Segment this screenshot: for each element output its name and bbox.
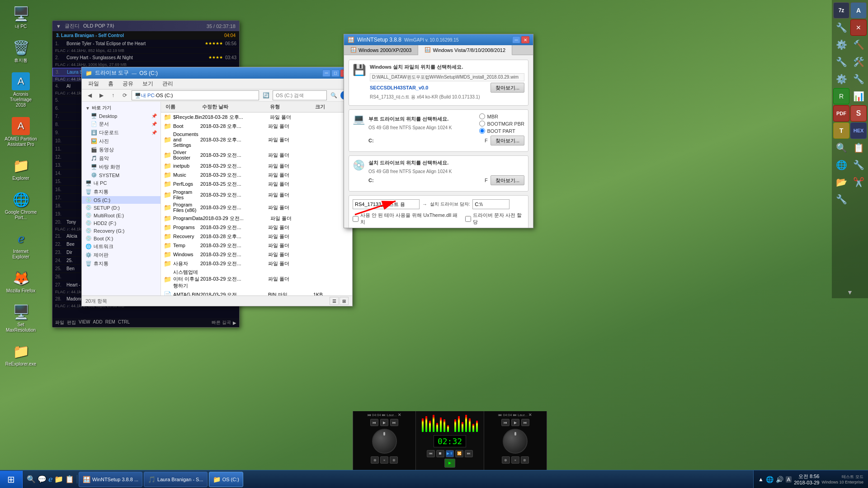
- file-item[interactable]: 📁Boot 2018-03-28 오후... 파일 폴더: [161, 122, 352, 131]
- forward-button[interactable]: ▶: [96, 90, 106, 100]
- deck-right-btn2[interactable]: ×: [511, 456, 519, 464]
- taskbar-cortana-icon[interactable]: 💬: [38, 475, 47, 483]
- tray-clock[interactable]: 오전 8:56 2018-03-29: [794, 473, 819, 485]
- right-icon-tools7[interactable]: 🔧: [850, 71, 867, 87]
- sidebar-item-wallpaper[interactable]: 🖥️ 바탕 화면: [82, 163, 160, 171]
- back-button[interactable]: ◀: [85, 90, 94, 100]
- right-icon-S[interactable]: S: [850, 105, 867, 122]
- music-next-icon[interactable]: ▶: [233, 320, 236, 325]
- deck-right-btn1[interactable]: ⊕: [502, 456, 510, 464]
- music-menu-add[interactable]: ADD: [93, 319, 103, 326]
- col-name[interactable]: 이름: [164, 103, 200, 111]
- dj-play-button-large[interactable]: ▶: [444, 459, 455, 468]
- file-item[interactable]: 📁ProgramData 2018-03-29 오전... 파일 폴더: [161, 214, 352, 223]
- desktop-icon-setmax[interactable]: 🖥️ Set MaxResolution: [5, 303, 37, 333]
- menu-manage[interactable]: 관리: [158, 79, 178, 89]
- sidebar-item-downloads[interactable]: ⬇️ 다운로드 📌: [82, 128, 160, 137]
- sidebar-item-recycle2[interactable]: 🗑️ 휴지통: [82, 259, 160, 268]
- sidebar-item-recycle[interactable]: 🗑️ 휴지통: [82, 188, 160, 196]
- search-button[interactable]: 🔍: [329, 90, 339, 100]
- right-icon-a[interactable]: A: [850, 2, 867, 19]
- right-icon-tools2[interactable]: ⚙️: [833, 37, 849, 53]
- refresh-button[interactable]: ⟳: [120, 90, 130, 100]
- taskbar-ie-icon[interactable]: ℯ: [48, 475, 52, 483]
- taskbar-task3-icon[interactable]: 📋: [65, 475, 74, 483]
- deck-right-next[interactable]: ⏭: [521, 419, 529, 426]
- music-menu-file[interactable]: 파일: [55, 319, 64, 326]
- deck-left-btn2[interactable]: ×: [380, 456, 388, 464]
- pbr-radio[interactable]: BOOTMGR PBR: [479, 121, 524, 127]
- sidebar-item-videos[interactable]: 🎬 동영상: [82, 145, 160, 154]
- sidebar-item-hdd2-f[interactable]: 💿 HDD2 (F:): [82, 219, 160, 227]
- sidebar-item-system[interactable]: ⚙️ SYSTEM: [82, 171, 160, 179]
- right-icon-tools9[interactable]: 🔍: [833, 140, 849, 156]
- right-panel-scroll-down[interactable]: ▼: [834, 289, 866, 296]
- maximize-button[interactable]: □: [331, 70, 340, 77]
- right-icon-tools11[interactable]: 🌐: [833, 157, 849, 173]
- right-icon-7z[interactable]: 7z: [833, 2, 849, 19]
- scroll-down-icon[interactable]: ▼: [834, 289, 866, 296]
- winnt-close-button[interactable]: ✕: [521, 36, 529, 43]
- dj-knob-left[interactable]: [372, 429, 397, 454]
- deck-close-icon[interactable]: ✕: [398, 413, 401, 417]
- deck-left-btn1[interactable]: ⊕: [371, 456, 379, 464]
- sidebar-item-network[interactable]: 🌐 네트워크: [82, 242, 160, 251]
- tiles-view-button[interactable]: ⊞: [340, 297, 349, 305]
- desktop-icon-mypc[interactable]: 🖥️ 내 PC: [5, 5, 37, 29]
- deck-left-play[interactable]: ▶: [380, 419, 388, 426]
- right-icon-pdf[interactable]: PDF: [833, 105, 849, 122]
- file-item-documents-and-settings[interactable]: 📁Documents and Settings 2018-03-28 오후...…: [161, 131, 352, 149]
- right-icon-tools10[interactable]: 📋: [850, 140, 867, 156]
- sidebar-item-boot-x[interactable]: 💿 Boot (X:): [82, 235, 160, 242]
- taskbar-item-winnt[interactable]: 🪟 WinNTSetup 3.8.8 ...: [79, 472, 142, 487]
- deck-right-btn3[interactable]: ⊗: [521, 456, 529, 464]
- tab-winvista[interactable]: 🪟 Windows Vista/7/8/10/2008/2012: [418, 45, 512, 55]
- right-icon-tools8[interactable]: 📊: [850, 88, 867, 104]
- dj-shuffle-button[interactable]: 🔀: [455, 450, 463, 457]
- deck-right-prev[interactable]: ⏮: [501, 419, 509, 426]
- file-item[interactable]: 📄AMTAG.BIN 2018-03-29 오전... BIN 파일 1KB: [161, 290, 352, 296]
- sidebar-item-photos[interactable]: 🖼️ 사진: [82, 137, 160, 145]
- file-item[interactable]: 📁Temp 2018-03-29 오전... 파일 폴더: [161, 241, 352, 250]
- file-item[interactable]: 📁PerfLogs 2018-03-25 오전... 파일 폴더: [161, 179, 352, 188]
- music-menu-view[interactable]: VIEW: [79, 319, 90, 326]
- tab-winxp[interactable]: 🪟 Windows 2000/XP/2003: [344, 45, 418, 55]
- taskbar-search-icon[interactable]: 🔍: [27, 475, 36, 483]
- file-item-recovery[interactable]: 📁Recovery 2018-03-28 오후... 파일 폴더: [161, 232, 352, 241]
- dj-knob-right[interactable]: [503, 429, 528, 454]
- address-refresh-button[interactable]: 🔄: [261, 90, 271, 100]
- file-item[interactable]: 📁Programs 2018-03-29 오전... 파일 폴더: [161, 223, 352, 232]
- sidebar-item-osc[interactable]: 💿 OS (C:): [82, 196, 160, 204]
- file-item[interactable]: 📁Program Files (x86) 2018-03-29 오전... 파일…: [161, 201, 352, 214]
- playlist-item[interactable]: 1. Bonnie Tyler - Total Eclipse of the H…: [52, 40, 239, 48]
- dj-prev-button[interactable]: ⏮: [427, 450, 435, 457]
- sidebar-item-setup-d[interactable]: 💿 SETUP (D:): [82, 204, 160, 211]
- search-input[interactable]: [273, 90, 327, 100]
- right-icon-tools3[interactable]: 🔨: [850, 37, 867, 53]
- col-date[interactable]: 수정한 날짜: [200, 103, 268, 111]
- right-icon-tools4[interactable]: 🔧: [833, 54, 849, 70]
- file-item[interactable]: 📁Windows 2018-03-29 오전... 파일 폴더: [161, 250, 352, 259]
- music-menu-ctrl[interactable]: CTRL: [118, 319, 130, 326]
- install-browse-button[interactable]: 찾아보기...: [491, 175, 524, 185]
- sidebar-item-multiboot-e[interactable]: 💿 MultiRoot (E:): [82, 211, 160, 219]
- music-menu-edit[interactable]: 편집: [67, 319, 76, 326]
- desktop-icon-recycle[interactable]: 🗑️ 휴지통: [5, 38, 37, 63]
- deck-right-play[interactable]: ▶: [511, 419, 519, 426]
- deck-left-prev[interactable]: ⏮: [370, 419, 378, 426]
- desktop-icon-ie[interactable]: ℯ Internet Explorer: [5, 230, 37, 260]
- deck-left-btn3[interactable]: ⊗: [390, 456, 398, 464]
- desktop-icon-acronis[interactable]: A Acronis TrueImage 2018: [5, 72, 37, 108]
- right-icon-tools5[interactable]: 🛠️: [850, 54, 867, 70]
- file-item[interactable]: 📁Driver Booster 2018-03-29 오전... 파일 폴더: [161, 149, 352, 161]
- desktop-icon-aomei[interactable]: A AOMEI Partition Assistant Pro: [5, 117, 37, 147]
- sidebar-item-mypc[interactable]: 🖥️ 내 PC: [82, 179, 160, 188]
- up-button[interactable]: ↑: [108, 90, 118, 100]
- desktop-icon-chrome[interactable]: 🌐 Google Chrome Port...: [5, 190, 37, 221]
- sidebar-item-desktop[interactable]: 🖥️ Desktop 📌: [82, 112, 160, 120]
- sidebar-item-music[interactable]: 🎵 음악: [82, 154, 160, 163]
- mbr-radio[interactable]: MBR: [479, 113, 524, 119]
- tray-show-hidden[interactable]: ▲: [758, 476, 764, 483]
- file-item[interactable]: 📁$Recycle.Bin 2018-03-28 오후... 파일 폴더: [161, 113, 352, 122]
- winnt-minimize-button[interactable]: ─: [512, 36, 520, 43]
